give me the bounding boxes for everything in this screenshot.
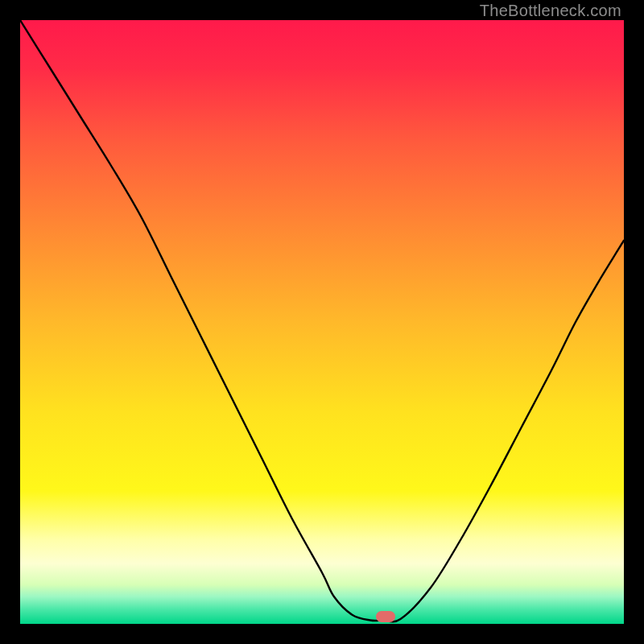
watermark-text: TheBottleneck.com [480, 2, 621, 20]
chart-frame: TheBottleneck.com [0, 0, 644, 644]
plot-area [20, 20, 624, 624]
optimum-marker [376, 611, 395, 622]
bottleneck-curve [20, 20, 624, 624]
